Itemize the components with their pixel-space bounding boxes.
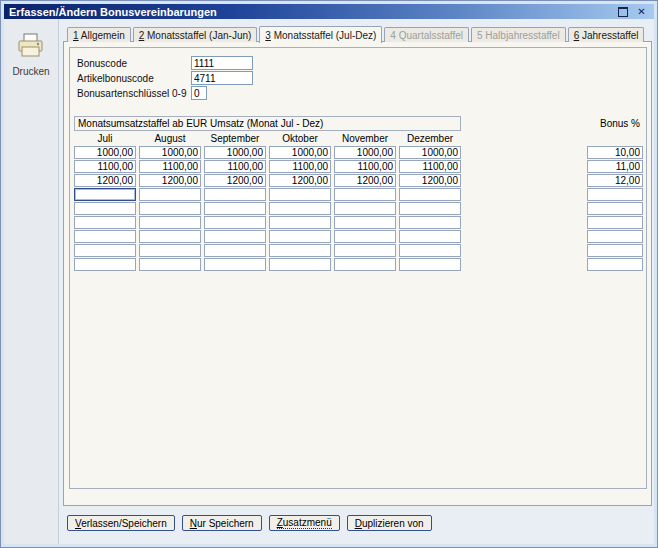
bonusartenschluessel-input[interactable] [191, 86, 207, 100]
tab-monatsstaffel-jul-dez[interactable]: 3 Monatsstaffel (Jul-Dez) [259, 26, 382, 43]
main-area: 1 Allgemein2 Monatsstaffel (Jan-Jun)3 Mo… [59, 19, 654, 544]
form-groupbox: Bonuscode Artikelbonuscode Bonusartensch… [69, 47, 647, 489]
cell-november-row9[interactable] [334, 258, 396, 271]
cell-dezember-row2[interactable] [399, 160, 461, 173]
verlassen-speichern-button[interactable]: Verlassen/Speichern [67, 515, 175, 531]
cell-november-row3[interactable] [334, 174, 396, 187]
header-fields: Bonuscode Artikelbonuscode Bonusartensch… [77, 56, 253, 101]
cell-dezember-row9[interactable] [399, 258, 461, 271]
duplizieren-von-button[interactable]: Duplizieren von [347, 515, 432, 531]
cell-oktober-row3[interactable] [269, 174, 331, 187]
column-headers: JuliAugustSeptemberOktoberNovemberDezemb… [74, 133, 464, 144]
cell-oktober-row9[interactable] [269, 258, 331, 271]
grid-row-9 [74, 258, 643, 271]
cell-bonus-row5[interactable] [587, 202, 643, 215]
cell-dezember-row8[interactable] [399, 244, 461, 257]
cell-august-row2[interactable] [139, 160, 201, 173]
cell-august-row3[interactable] [139, 174, 201, 187]
cell-november-row8[interactable] [334, 244, 396, 257]
cell-dezember-row6[interactable] [399, 216, 461, 229]
cell-september-row9[interactable] [204, 258, 266, 271]
cell-oktober-row2[interactable] [269, 160, 331, 173]
tab-allgemein[interactable]: 1 Allgemein [67, 27, 131, 42]
bonus-percent-header: Bonus % [600, 118, 642, 129]
maximize-icon [618, 7, 628, 17]
cell-oktober-row7[interactable] [269, 230, 331, 243]
cell-august-row8[interactable] [139, 244, 201, 257]
cell-juli-row5[interactable] [74, 202, 136, 215]
cell-september-row1[interactable] [204, 146, 266, 159]
cell-september-row7[interactable] [204, 230, 266, 243]
cell-november-row4[interactable] [334, 188, 396, 201]
cell-juli-row6[interactable] [74, 216, 136, 229]
cell-dezember-row3[interactable] [399, 174, 461, 187]
cell-september-row2[interactable] [204, 160, 266, 173]
cell-juli-row2[interactable] [74, 160, 136, 173]
cell-august-row1[interactable] [139, 146, 201, 159]
printer-icon [16, 33, 46, 63]
cell-bonus-row4[interactable] [587, 188, 643, 201]
cell-september-row8[interactable] [204, 244, 266, 257]
cell-september-row5[interactable] [204, 202, 266, 215]
cell-dezember-row4[interactable] [399, 188, 461, 201]
bonuscode-label: Bonuscode [77, 58, 191, 69]
grid-row-2 [74, 160, 643, 173]
cell-oktober-row8[interactable] [269, 244, 331, 257]
grid-row-4 [74, 188, 643, 201]
bonuscode-input[interactable] [191, 56, 253, 70]
grid-row-3 [74, 174, 643, 187]
cell-august-row9[interactable] [139, 258, 201, 271]
field-bonuscode: Bonuscode [77, 56, 253, 70]
cell-juli-row1[interactable] [74, 146, 136, 159]
cell-august-row5[interactable] [139, 202, 201, 215]
cell-november-row6[interactable] [334, 216, 396, 229]
nur-speichern-button[interactable]: Nur Speichern [182, 515, 262, 531]
artikelbonuscode-label: Artikelbonuscode [77, 73, 191, 84]
cell-dezember-row5[interactable] [399, 202, 461, 215]
cell-juli-row3[interactable] [74, 174, 136, 187]
column-header-september: September [204, 133, 266, 144]
cell-bonus-row9[interactable] [587, 258, 643, 271]
titlebar: Erfassen/Ändern Bonusvereinbarungen ✕ [4, 4, 654, 19]
grid-row-5 [74, 202, 643, 215]
cell-november-row5[interactable] [334, 202, 396, 215]
cell-oktober-row1[interactable] [269, 146, 331, 159]
cell-bonus-row7[interactable] [587, 230, 643, 243]
cell-juli-row8[interactable] [74, 244, 136, 257]
print-button[interactable]: Drucken [12, 33, 49, 77]
tab-page-monatsstaffel-jul-dez: Bonuscode Artikelbonuscode Bonusartensch… [63, 41, 652, 506]
cell-bonus-row1[interactable] [587, 146, 643, 159]
cell-august-row6[interactable] [139, 216, 201, 229]
maximize-button[interactable] [615, 5, 630, 18]
tab-jahresstaffel[interactable]: 6 Jahresstaffel [568, 27, 645, 42]
column-header-juli: Juli [74, 133, 136, 144]
cell-august-row7[interactable] [139, 230, 201, 243]
artikelbonuscode-input[interactable] [191, 71, 253, 85]
field-bonusartenschluessel: Bonusartenschlüssel 0-9 [77, 86, 253, 100]
cell-bonus-row6[interactable] [587, 216, 643, 229]
cell-oktober-row6[interactable] [269, 216, 331, 229]
cell-juli-row7[interactable] [74, 230, 136, 243]
cell-dezember-row1[interactable] [399, 146, 461, 159]
cell-september-row3[interactable] [204, 174, 266, 187]
cell-juli-row9[interactable] [74, 258, 136, 271]
grid-row-8 [74, 244, 643, 257]
bonusartenschluessel-label: Bonusartenschlüssel 0-9 [77, 88, 191, 99]
cell-november-row7[interactable] [334, 230, 396, 243]
cell-september-row6[interactable] [204, 216, 266, 229]
cell-november-row1[interactable] [334, 146, 396, 159]
cell-september-row4[interactable] [204, 188, 266, 201]
tab-strip: 1 Allgemein2 Monatsstaffel (Jan-Jun)3 Mo… [67, 25, 646, 42]
cell-bonus-row8[interactable] [587, 244, 643, 257]
cell-november-row2[interactable] [334, 160, 396, 173]
zusatzmenu-button[interactable]: Zusatzmenü [269, 515, 340, 531]
cell-juli-row4[interactable] [74, 188, 136, 201]
cell-dezember-row7[interactable] [399, 230, 461, 243]
cell-bonus-row2[interactable] [587, 160, 643, 173]
cell-bonus-row3[interactable] [587, 174, 643, 187]
cell-oktober-row5[interactable] [269, 202, 331, 215]
cell-oktober-row4[interactable] [269, 188, 331, 201]
close-button[interactable]: ✕ [634, 5, 649, 18]
cell-august-row4[interactable] [139, 188, 201, 201]
tab-monatsstaffel-jan-jun[interactable]: 2 Monatsstaffel (Jan-Jun) [133, 27, 258, 42]
